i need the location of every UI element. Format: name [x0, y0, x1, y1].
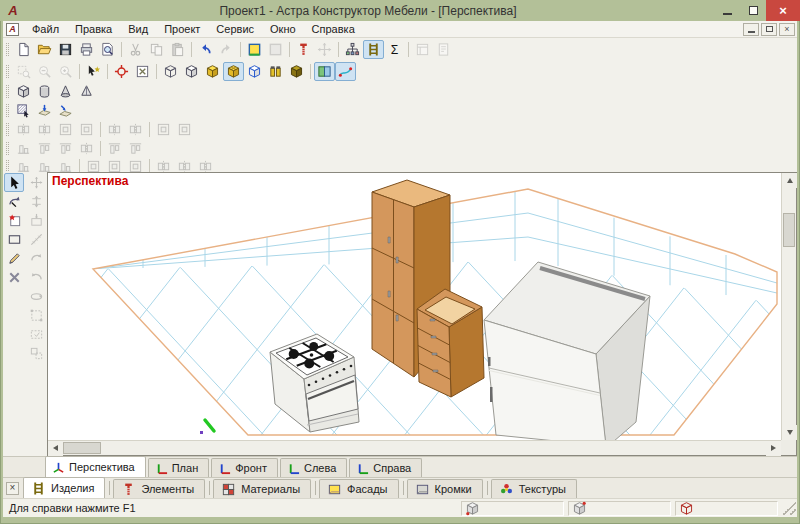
save-button[interactable]: [55, 40, 76, 59]
prim-cube-button[interactable]: [13, 82, 34, 101]
panel-tab-textures[interactable]: Текстуры: [491, 479, 577, 498]
scroll-left-button[interactable]: [48, 441, 63, 456]
menu-item-window[interactable]: Окно: [262, 22, 304, 36]
zoom-window-button[interactable]: [13, 62, 34, 81]
view-tab-front[interactable]: Фронт: [211, 458, 278, 477]
new-document-button[interactable]: [13, 40, 34, 59]
toolbar-grip[interactable]: [6, 65, 9, 78]
prim-cylinder-button[interactable]: [34, 82, 55, 101]
print-button[interactable]: [76, 40, 97, 59]
move-element-button[interactable]: [314, 40, 335, 59]
trajectory-button[interactable]: [335, 62, 356, 81]
cube-wire-button[interactable]: [160, 62, 181, 81]
toolbar-grip[interactable]: [6, 43, 9, 56]
zoom-out-button[interactable]: [34, 62, 55, 81]
panel-close-button[interactable]: ×: [6, 482, 19, 495]
toolbar-grip[interactable]: [6, 142, 9, 155]
resize-grip[interactable]: [782, 501, 796, 515]
view-tab-left[interactable]: Слева: [280, 458, 347, 477]
edge-arrow-a-button[interactable]: [34, 101, 55, 120]
mdi-minimize-button[interactable]: [743, 23, 759, 36]
panel-tab-edges[interactable]: Кромки: [407, 479, 483, 498]
close-button[interactable]: ×: [766, 0, 800, 21]
mdi-close-button[interactable]: ×: [779, 23, 795, 36]
rotate-view-tool-button[interactable]: [4, 192, 24, 211]
match-w-button[interactable]: [153, 120, 174, 139]
cut-button[interactable]: [125, 40, 146, 59]
align-left-button[interactable]: [13, 120, 34, 139]
delete-tool-button[interactable]: [4, 268, 24, 287]
toolbar-grip[interactable]: [6, 123, 9, 136]
select-tool-button[interactable]: [4, 173, 24, 192]
select-area-tool-button[interactable]: [26, 325, 46, 344]
center-v-button[interactable]: [125, 139, 146, 158]
menu-item-view[interactable]: Вид: [120, 22, 156, 36]
report-page-button[interactable]: [433, 40, 454, 59]
panel-editor-button[interactable]: [244, 40, 265, 59]
viewport-canvas[interactable]: [48, 173, 784, 440]
menu-item-edit[interactable]: Правка: [67, 22, 120, 36]
menu-item-file[interactable]: Файл: [24, 22, 67, 36]
report-window-button[interactable]: [412, 40, 433, 59]
mdi-restore-button[interactable]: [761, 23, 777, 36]
view-tab-perspective[interactable]: Перспектива: [45, 456, 146, 477]
scroll-down-button[interactable]: [782, 425, 797, 440]
cube-white-button[interactable]: [181, 62, 202, 81]
panel-editor-gray-button[interactable]: [265, 40, 286, 59]
menu-item-service[interactable]: Сервис: [208, 22, 262, 36]
align-stack-button[interactable]: [76, 120, 97, 139]
panel-tab-elements[interactable]: Элементы: [113, 479, 205, 498]
menu-item-help[interactable]: Справка: [304, 22, 363, 36]
horizontal-scroll-thumb[interactable]: [63, 442, 101, 454]
pointer-star-button[interactable]: [83, 62, 104, 81]
panel-tab-products[interactable]: Изделия: [23, 477, 105, 498]
move-tool-button[interactable]: [26, 173, 46, 192]
panel-tab-facades[interactable]: Фасады: [319, 479, 398, 498]
panel-tab-materials[interactable]: Материалы: [213, 479, 311, 498]
paste-button[interactable]: [167, 40, 188, 59]
section-view-button[interactable]: [314, 62, 335, 81]
print-preview-button[interactable]: [97, 40, 118, 59]
prim-pyramid-button[interactable]: [76, 82, 97, 101]
parts-list-button[interactable]: [363, 40, 384, 59]
refrigerator[interactable]: [484, 262, 650, 440]
open-button[interactable]: [34, 40, 55, 59]
scroll-up-button[interactable]: [782, 173, 797, 188]
align-center-h-button[interactable]: [34, 120, 55, 139]
drawer-cabinet[interactable]: [417, 289, 484, 397]
align-top-button[interactable]: [13, 139, 34, 158]
rectangle-tool-button[interactable]: [4, 230, 24, 249]
toolbar-grip[interactable]: [6, 104, 9, 117]
vertical-scroll-thumb[interactable]: [783, 213, 795, 247]
fittings-button[interactable]: [265, 62, 286, 81]
align-right-button[interactable]: [55, 120, 76, 139]
horizontal-scrollbar[interactable]: [48, 440, 781, 455]
screw-fastener-button[interactable]: [293, 40, 314, 59]
zoom-dynamic-button[interactable]: [55, 62, 76, 81]
rotate-y-tool-button[interactable]: [26, 268, 46, 287]
center-crosshair-button[interactable]: [111, 62, 132, 81]
dist-h-button[interactable]: [104, 120, 125, 139]
resize-vertical-tool-button[interactable]: [26, 192, 46, 211]
stove[interactable]: [270, 334, 359, 432]
prim-cone-button[interactable]: [55, 82, 76, 101]
dist-v-button[interactable]: [125, 120, 146, 139]
new-component-tool-button[interactable]: [4, 211, 24, 230]
vertical-scrollbar[interactable]: [781, 173, 796, 440]
redo-button[interactable]: [216, 40, 237, 59]
sum-button[interactable]: Σ: [384, 40, 405, 59]
align-base-button[interactable]: [76, 139, 97, 158]
view-tab-plan[interactable]: План: [148, 458, 210, 477]
minimize-button[interactable]: [714, 0, 740, 21]
undo-button[interactable]: [195, 40, 216, 59]
cube-edges-button[interactable]: [244, 62, 265, 81]
structure-tree-button[interactable]: [342, 40, 363, 59]
toolbar-grip[interactable]: [6, 85, 9, 98]
menu-item-project[interactable]: Проект: [156, 22, 208, 36]
copy-button[interactable]: [146, 40, 167, 59]
edge-arrow-b-button[interactable]: [55, 101, 76, 120]
view-tab-right[interactable]: Справа: [349, 458, 422, 477]
cube-solid-button[interactable]: [202, 62, 223, 81]
measure-tool-button[interactable]: [26, 230, 46, 249]
pencil-tool-button[interactable]: [4, 249, 24, 268]
